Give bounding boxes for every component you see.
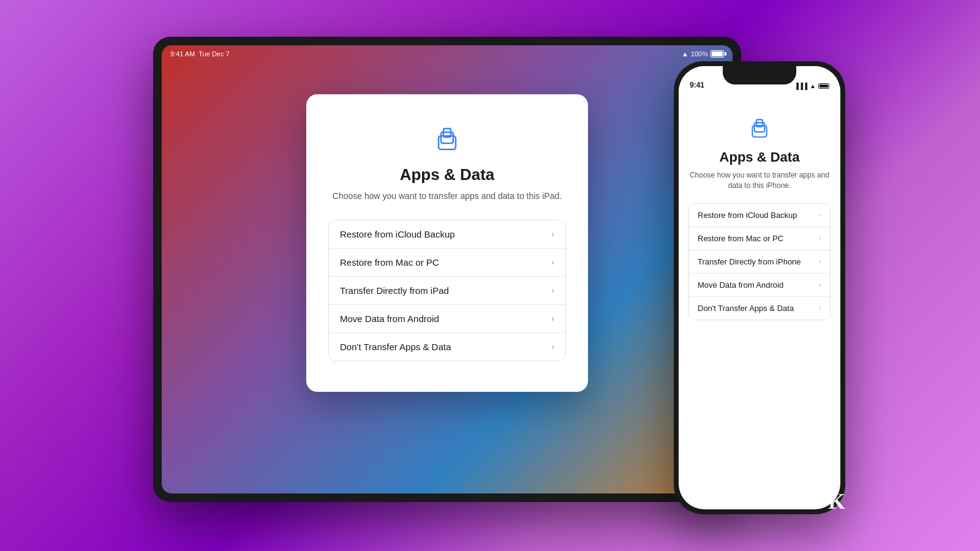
iphone-menu-item-3[interactable]: Move Data from Android › <box>689 274 830 297</box>
ipad-menu-item-3[interactable]: Move Data from Android › <box>329 305 565 333</box>
iphone-menu-item-0[interactable]: Restore from iCloud Backup › <box>689 204 830 227</box>
ipad-menu-list: Restore from iCloud Backup › Restore fro… <box>328 220 566 361</box>
iphone-menu-item-4[interactable]: Don't Transfer Apps & Data › <box>689 297 830 320</box>
ipad-dialog-subtitle: Choose how you want to transfer apps and… <box>328 190 566 203</box>
ipad-time: 9:41 AM Tue Dec 7 <box>170 50 230 58</box>
ipad-menu-item-0[interactable]: Restore from iCloud Backup › <box>329 220 565 249</box>
iphone-status-icons: ▐▐▐ ▲ <box>794 83 829 89</box>
iphone-device: 9:41 ▐▐▐ ▲ Apps & <box>674 61 845 514</box>
iphone-content: Apps & Data Choose how you want to trans… <box>679 93 840 509</box>
iphone-screen: 9:41 ▐▐▐ ▲ Apps & <box>679 66 840 509</box>
signal-icon: ▐▐▐ <box>794 83 807 89</box>
ipad-menu-item-4[interactable]: Don't Transfer Apps & Data › <box>329 333 565 361</box>
battery-icon <box>710 50 724 58</box>
chevron-icon: › <box>819 211 821 219</box>
iphone-notch <box>723 66 796 84</box>
iphone-dialog-title: Apps & Data <box>688 149 831 165</box>
ipad-status-bar: 9:41 AM Tue Dec 7 ▲ 100% <box>162 45 733 62</box>
battery-icon <box>818 83 829 89</box>
chevron-icon: › <box>819 304 821 312</box>
ipad-screen: 9:41 AM Tue Dec 7 ▲ 100% <box>162 45 733 493</box>
chevron-icon: › <box>819 257 821 266</box>
iphone-time: 9:41 <box>690 81 704 89</box>
wifi-icon: ▲ <box>682 50 688 58</box>
iphone-menu-item-2[interactable]: Transfer Directly from iPhone › <box>689 250 830 274</box>
ipad-dialog-title: Apps & Data <box>328 165 566 184</box>
apps-data-icon-iphone <box>688 111 831 142</box>
apps-data-icon-ipad <box>328 119 566 156</box>
ipad-dialog: Apps & Data Choose how you want to trans… <box>306 94 588 392</box>
chevron-icon: › <box>551 257 554 267</box>
wifi-icon: ▲ <box>810 83 816 89</box>
iphone-menu-list: Restore from iCloud Backup › Restore fro… <box>688 203 831 320</box>
chevron-icon: › <box>551 342 554 351</box>
chevron-icon: › <box>551 285 554 295</box>
ipad-device: 9:41 AM Tue Dec 7 ▲ 100% <box>153 37 741 502</box>
iphone-menu-item-1[interactable]: Restore from Mac or PC › <box>689 227 830 250</box>
ipad-menu-item-2[interactable]: Transfer Directly from iPad › <box>329 277 565 305</box>
knowtechie-watermark: ✦K <box>810 489 845 514</box>
ipad-menu-item-1[interactable]: Restore from Mac or PC › <box>329 249 565 277</box>
scene: 9:41 AM Tue Dec 7 ▲ 100% <box>123 24 858 527</box>
chevron-icon: › <box>819 234 821 242</box>
chevron-icon: › <box>819 280 821 289</box>
ipad-status-icons: ▲ 100% <box>682 50 724 58</box>
chevron-icon: › <box>551 313 554 323</box>
iphone-dialog-subtitle: Choose how you want to transfer apps and… <box>688 170 831 191</box>
chevron-icon: › <box>551 229 554 239</box>
